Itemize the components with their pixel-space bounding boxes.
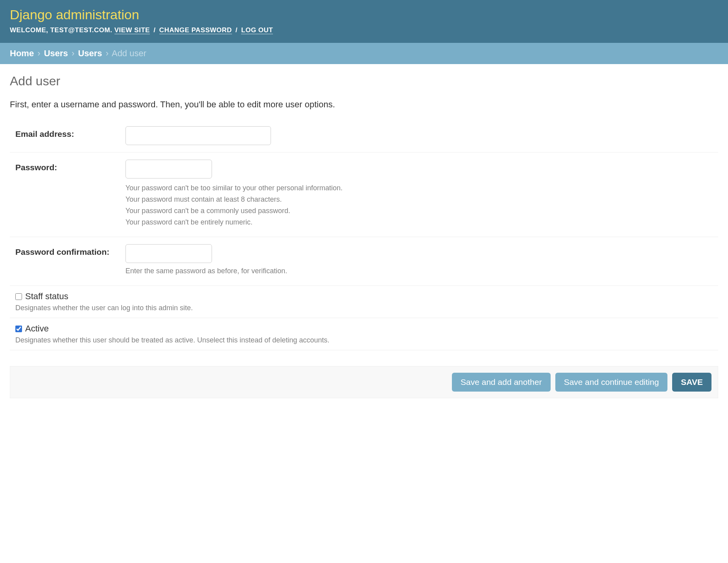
form-row-staff: Staff status Designates whether the user…	[10, 286, 718, 318]
header: Django administration WELCOME, TEST@TEST…	[0, 0, 728, 43]
email-label: Email address:	[15, 126, 125, 139]
breadcrumb-current: Add user	[112, 48, 146, 58]
form-row-email: Email address:	[10, 119, 718, 153]
username: TEST@TEST.COM	[50, 26, 110, 34]
password-help-item: Your password must contain at least 8 ch…	[125, 195, 718, 204]
submit-row: Save and add another Save and continue e…	[10, 366, 718, 398]
logout-link[interactable]: LOG OUT	[241, 26, 273, 34]
breadcrumb-sep: ›	[106, 48, 109, 58]
breadcrumb: Home › Users › Users › Add user	[0, 43, 728, 64]
separator: /	[236, 26, 238, 34]
user-tools: WELCOME, TEST@TEST.COM. VIEW SITE / CHAN…	[10, 26, 718, 34]
change-password-link[interactable]: CHANGE PASSWORD	[159, 26, 232, 34]
site-title: Django administration	[10, 7, 718, 22]
password-confirm-label: Password confirmation:	[15, 244, 125, 257]
active-checkbox[interactable]	[15, 326, 22, 332]
password-confirm-field[interactable]	[125, 244, 212, 263]
form-row-password-confirm: Password confirmation: Enter the same pa…	[10, 237, 718, 286]
breadcrumb-sep: ›	[72, 48, 74, 58]
form-row-active: Active Designates whether this user shou…	[10, 318, 718, 350]
active-label: Active	[25, 324, 49, 334]
save-button[interactable]: SAVE	[672, 373, 711, 392]
form-row-password: Password: Your password can't be too sim…	[10, 153, 718, 237]
page-intro: First, enter a username and password. Th…	[10, 99, 718, 110]
staff-status-checkbox[interactable]	[15, 293, 22, 300]
password-help-item: Your password can't be a commonly used p…	[125, 207, 718, 215]
breadcrumb-sep: ›	[37, 48, 40, 58]
staff-status-help: Designates whether the user can log into…	[15, 304, 718, 312]
email-field[interactable]	[125, 126, 271, 145]
staff-status-label: Staff status	[25, 291, 68, 302]
password-help-list: Your password can't be too similar to yo…	[125, 184, 718, 226]
password-help-item: Your password can't be entirely numeric.	[125, 218, 718, 226]
view-site-link[interactable]: VIEW SITE	[114, 26, 150, 34]
breadcrumb-model[interactable]: Users	[78, 48, 102, 58]
save-continue-button[interactable]: Save and continue editing	[555, 373, 668, 392]
save-add-another-button[interactable]: Save and add another	[452, 373, 551, 392]
separator: /	[153, 26, 155, 34]
welcome-label: WELCOME,	[10, 26, 48, 34]
dot: .	[110, 26, 112, 34]
page-title: Add user	[10, 74, 718, 88]
active-help: Designates whether this user should be t…	[15, 336, 718, 344]
breadcrumb-app[interactable]: Users	[44, 48, 68, 58]
breadcrumb-home[interactable]: Home	[10, 48, 34, 58]
password-confirm-help: Enter the same password as before, for v…	[125, 267, 718, 275]
password-help-item: Your password can't be too similar to yo…	[125, 184, 718, 192]
password-field[interactable]	[125, 160, 212, 178]
password-label: Password:	[15, 160, 125, 172]
content: Add user First, enter a username and pas…	[0, 64, 728, 414]
